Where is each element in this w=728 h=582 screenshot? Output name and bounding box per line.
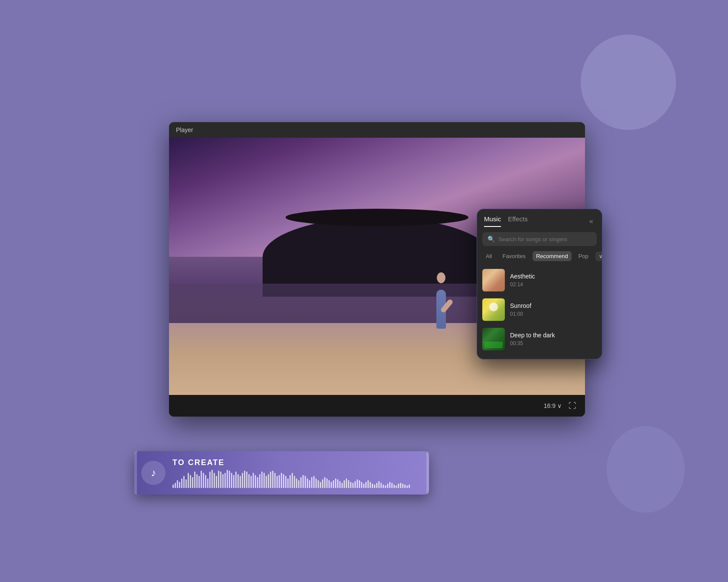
song-thumbnail-aesthetic	[482, 269, 505, 291]
filter-pop[interactable]: Pop	[575, 251, 592, 261]
song-info-aesthetic: Aesthetic 02:14	[510, 273, 597, 288]
thumb-deep	[482, 328, 505, 350]
player-bottom-bar: 16:9 ∨ ⛶	[169, 395, 585, 417]
music-panel-header: Music Effects «	[477, 209, 602, 227]
song-name-aesthetic: Aesthetic	[510, 273, 597, 280]
bg-decoration-bottom	[607, 426, 685, 513]
music-bar[interactable]: ♪ TO CREATE	[134, 451, 429, 495]
player-titlebar: Player	[169, 122, 585, 138]
figure	[430, 272, 452, 329]
figure-arm	[440, 298, 454, 314]
music-bar-content: TO CREATE	[172, 458, 422, 488]
music-bar-icon: ♪	[141, 461, 166, 485]
panel-collapse-button[interactable]: «	[588, 216, 595, 227]
search-icon: 🔍	[488, 236, 495, 242]
song-item-aesthetic[interactable]: Aesthetic 02:14	[482, 265, 597, 295]
filter-favorites[interactable]: Favorites	[499, 251, 529, 261]
song-duration-sunroof: 01:00	[510, 311, 597, 317]
music-note-icon: ♪	[151, 467, 156, 479]
music-bar-title: TO CREATE	[172, 458, 422, 467]
filter-all[interactable]: All	[482, 251, 495, 261]
figure-head	[437, 272, 445, 283]
filter-dropdown[interactable]: ∨	[595, 252, 602, 261]
bg-decoration-top	[581, 35, 676, 130]
song-duration-deep: 00:35	[510, 340, 597, 346]
fullscreen-button[interactable]: ⛶	[569, 401, 576, 411]
song-item-sunroof[interactable]: Sunroof 01:00	[482, 295, 597, 324]
song-list: Aesthetic 02:14 Sunroof 01:00	[477, 265, 602, 359]
tab-music[interactable]: Music	[484, 215, 501, 227]
search-input[interactable]	[498, 236, 592, 242]
waveform	[172, 471, 422, 488]
song-duration-aesthetic: 02:14	[510, 281, 597, 288]
song-thumbnail-sunroof	[482, 298, 505, 321]
song-name-deep: Deep to the dark	[510, 332, 597, 339]
search-bar[interactable]: 🔍	[482, 232, 597, 246]
music-panel: Music Effects « 🔍 All Favorites Recommen…	[477, 209, 602, 359]
fullscreen-icon: ⛶	[569, 401, 576, 410]
filter-tabs: All Favorites Recommend Pop ∨	[477, 251, 602, 265]
thumb-aesthetic	[482, 269, 505, 291]
song-info-deep: Deep to the dark 00:35	[510, 332, 597, 346]
song-thumbnail-deep	[482, 328, 505, 350]
music-panel-tabs: Music Effects	[484, 215, 528, 227]
tab-effects[interactable]: Effects	[508, 215, 528, 227]
song-item-deep[interactable]: Deep to the dark 00:35	[482, 324, 597, 354]
bar-handle-left	[134, 451, 137, 495]
thumb-sunroof	[482, 298, 505, 321]
bar-handle-right	[426, 451, 429, 495]
player-title: Player	[176, 126, 193, 133]
main-container: Player	[134, 122, 594, 460]
filter-recommend[interactable]: Recommend	[533, 251, 572, 261]
song-name-sunroof: Sunroof	[510, 302, 597, 309]
song-info-sunroof: Sunroof 01:00	[510, 302, 597, 317]
aspect-ratio-selector[interactable]: 16:9 ∨	[544, 402, 562, 409]
aspect-ratio-label: 16:9	[544, 402, 556, 409]
figure-body	[436, 290, 446, 329]
aspect-ratio-chevron-icon: ∨	[557, 402, 562, 409]
